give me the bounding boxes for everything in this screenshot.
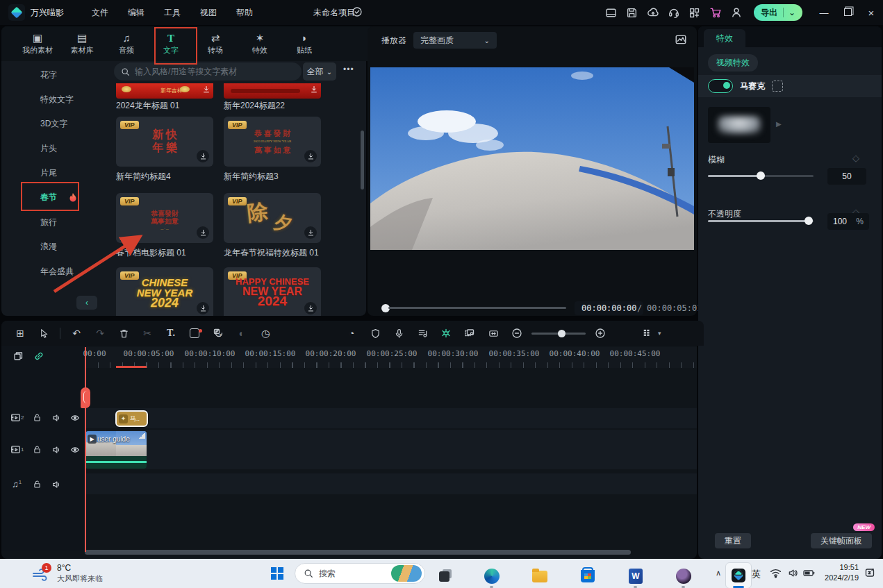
undo-icon[interactable]: ↶	[65, 328, 88, 339]
audio-mixer-icon[interactable]	[411, 328, 434, 339]
template-title[interactable]: 龙年春节祝福特效标题 01	[224, 247, 328, 259]
reset-button[interactable]: 重置	[715, 533, 751, 548]
audio-track-1-row[interactable]	[85, 473, 697, 494]
download-icon[interactable]	[197, 226, 209, 239]
edge-browser-icon[interactable]	[480, 564, 504, 588]
tab-my-media[interactable]: ▣我的素材	[15, 33, 60, 56]
workspace-layout-icon[interactable]	[601, 7, 622, 19]
track-mute-icon[interactable]	[51, 480, 61, 492]
tab-stock-media[interactable]: ▤素材库	[60, 33, 104, 56]
template-thumb[interactable]: 新年吉祥	[116, 83, 213, 99]
redo-icon[interactable]: ↷	[88, 328, 112, 339]
quality-dropdown[interactable]: 完整画质⌄	[413, 32, 497, 49]
template-card[interactable]: VIP 恭 喜 發 財 2023 HAPPY NEW YEAR 萬 事 如 意	[224, 117, 321, 167]
template-card[interactable]: VIP 除 夕	[224, 193, 321, 243]
download-icon[interactable]	[304, 226, 317, 239]
tab-stickers[interactable]: ◗贴纸	[282, 33, 327, 56]
template-thumb[interactable]	[224, 83, 321, 99]
track-mute-icon[interactable]	[51, 445, 61, 457]
support-headset-icon[interactable]	[663, 6, 684, 19]
template-title[interactable]: 新年简约标题3	[224, 171, 328, 183]
ime-indicator[interactable]: 英	[752, 568, 761, 580]
tab-audio[interactable]: ♫音频	[104, 33, 149, 56]
category-intro[interactable]: 片头	[1, 140, 113, 158]
menu-view[interactable]: 视图	[190, 7, 226, 19]
link-icon[interactable]	[33, 351, 44, 362]
media-app-avatar-icon[interactable]	[672, 564, 695, 588]
filter-dropdown[interactable]: 全部⌄	[303, 62, 336, 81]
media-bin-icon[interactable]: ⊞	[8, 328, 32, 339]
track-height-caret[interactable]: ▾	[658, 330, 661, 337]
timeline-scrollbar[interactable]	[85, 550, 631, 555]
battery-icon[interactable]	[803, 569, 816, 578]
track-height-icon[interactable]	[634, 328, 658, 339]
render-preview-icon[interactable]: ◔	[340, 328, 363, 339]
region-select-icon[interactable]	[772, 81, 783, 92]
store-cart-icon[interactable]	[705, 6, 726, 19]
snap-icon[interactable]	[434, 328, 458, 339]
playhead-grip[interactable]	[81, 387, 90, 408]
effect-thumbnail[interactable]	[708, 107, 770, 143]
more-options-button[interactable]: •••	[343, 65, 354, 74]
task-view-button[interactable]	[432, 564, 456, 588]
select-tool-icon[interactable]	[32, 328, 56, 339]
current-timecode[interactable]: 00:00:00:00	[575, 301, 643, 315]
download-icon[interactable]	[304, 150, 317, 162]
preview-range-icon[interactable]	[458, 328, 481, 339]
crop-icon[interactable]	[183, 328, 206, 338]
zoom-out-icon[interactable]	[505, 328, 529, 339]
track-lock-icon[interactable]	[33, 445, 42, 456]
download-icon[interactable]	[202, 85, 211, 94]
speech-to-text-icon[interactable]: T	[206, 328, 230, 339]
track-visibility-icon[interactable]	[70, 413, 80, 425]
volume-tray-icon[interactable]	[787, 568, 798, 578]
template-title[interactable]: 新年2024标题22	[224, 100, 328, 112]
template-title[interactable]: 新年简约标题4	[116, 171, 220, 183]
template-title[interactable]: 2024龙年标题 01	[116, 100, 220, 112]
taskbar-search[interactable]: 搜索	[295, 563, 425, 584]
template-card[interactable]: VIP 新 快 年 樂	[116, 117, 213, 167]
download-icon[interactable]	[310, 85, 318, 94]
track-lock-icon[interactable]	[33, 413, 42, 424]
color-palette-icon[interactable]: ◐	[230, 328, 254, 339]
grid-scrollbar[interactable]	[361, 131, 364, 190]
category-texteffect[interactable]: 特效文字	[1, 90, 113, 108]
download-icon[interactable]	[197, 150, 209, 162]
download-icon[interactable]	[304, 302, 317, 314]
wifi-icon[interactable]	[770, 568, 782, 578]
thumbnail-expand-arrow[interactable]: ▶	[776, 120, 782, 128]
video-clip[interactable]: ▶ user guide	[85, 431, 147, 469]
menu-edit[interactable]: 编辑	[118, 7, 154, 19]
opacity-slider-handle[interactable]	[804, 217, 813, 225]
video-track-1-row[interactable]	[85, 430, 697, 469]
record-voiceover-icon[interactable]	[387, 328, 411, 339]
track-mute-icon[interactable]	[51, 413, 61, 425]
search-input[interactable]: 输入风格/用途等搜文字素材	[114, 62, 302, 81]
keyframe-panel-button[interactable]: 关键帧面板	[811, 533, 872, 548]
shield-icon[interactable]	[363, 328, 387, 339]
menu-tools[interactable]: 工具	[154, 7, 190, 19]
opacity-slider[interactable]	[708, 220, 814, 222]
word-icon[interactable]: W	[624, 564, 647, 588]
category-3dtext[interactable]: 3D文字	[1, 115, 113, 133]
opacity-value[interactable]: 100%	[827, 213, 869, 230]
video-track-2-row[interactable]	[85, 408, 697, 428]
download-icon[interactable]	[197, 302, 209, 314]
ms-store-icon[interactable]	[576, 564, 600, 588]
fit-timeline-icon[interactable]	[481, 328, 505, 339]
close-button[interactable]: ×	[859, 7, 883, 19]
blur-slider-handle[interactable]	[757, 171, 765, 180]
delete-icon[interactable]	[112, 328, 135, 339]
cloud-upload-icon[interactable]	[643, 6, 663, 19]
minimize-button[interactable]: —	[812, 8, 836, 18]
export-button[interactable]: 导出 ⌄	[754, 4, 802, 21]
export-dropdown-caret[interactable]: ⌄	[783, 8, 795, 17]
clock[interactable]: 19:51 2024/2/19	[823, 562, 859, 583]
video-effect-badge[interactable]: 视频特效	[708, 54, 758, 72]
save-icon[interactable]	[622, 7, 643, 19]
account-icon[interactable]	[726, 6, 747, 19]
track-visibility-icon[interactable]	[70, 445, 80, 457]
tab-transition[interactable]: ⇄转场	[193, 33, 238, 56]
mosaic-effect-clip[interactable]: ✦ 马..	[115, 410, 148, 427]
blur-value[interactable]: 50	[827, 168, 866, 185]
